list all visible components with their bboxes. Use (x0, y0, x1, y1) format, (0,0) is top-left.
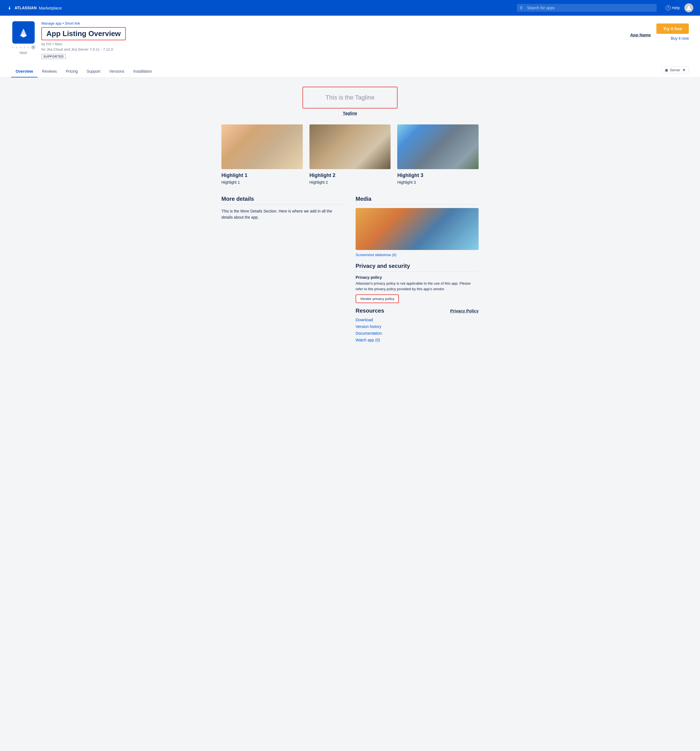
tagline-label[interactable]: Tagline (343, 111, 357, 116)
tagline-section: This is the Tagline Tagline (221, 87, 479, 116)
server-label: Server (670, 68, 680, 72)
resources-row: Resources Privacy Policy (355, 308, 479, 314)
app-logo-icon (17, 26, 29, 39)
more-details-title: More details (221, 196, 345, 205)
right-column: Media Screenshot slideshow (6) Privacy a… (355, 196, 479, 344)
atlassian-logo-icon (7, 5, 12, 11)
list-item: Watch app (0) (355, 337, 479, 343)
listing-title: App Listing Overview (46, 29, 121, 38)
documentation-link[interactable]: Documentation (355, 331, 382, 335)
highlight-2-image (309, 124, 391, 169)
highlight-3-title: Highlight 3 (397, 173, 423, 178)
highlight-3-image (397, 124, 479, 169)
highlight-1: Highlight 1 Highlight 1 (221, 124, 303, 184)
resources-title: Resources (355, 308, 384, 314)
media-image (355, 208, 479, 250)
watch-app-link[interactable]: Watch app (0) (355, 338, 380, 342)
highlight-3-desc: Highlight 3 (397, 180, 416, 184)
tagline-text: This is the Tagline (325, 94, 375, 101)
privacy-section: Privacy and security Privacy policy Atla… (355, 263, 479, 308)
app-tabs: Overview Reviews Pricing Support Version… (11, 66, 156, 77)
app-by: by GS • Nloo (42, 42, 624, 46)
highlight-1-image (221, 124, 303, 169)
atlassian-brand[interactable]: ATLASSIAN Marketplace (7, 5, 62, 11)
app-icon (12, 21, 35, 43)
search-input[interactable] (517, 4, 657, 12)
app-info: Manage app • Short link App Listing Over… (42, 21, 624, 59)
two-col-section: More details This is the More Details Se… (221, 196, 479, 344)
app-actions: Try it free Buy it now (657, 21, 689, 40)
app-header-top: ★ ★ ★ ★ ★ 0 New! Manage app • Short link… (11, 21, 689, 59)
media-title: Media (355, 196, 479, 205)
search-bar: ⚲ (517, 4, 657, 12)
help-icon: ? (666, 5, 671, 10)
download-link[interactable]: Download (355, 318, 373, 322)
star-2: ★ (15, 45, 19, 49)
app-rating: ★ ★ ★ ★ ★ 0 (11, 45, 36, 50)
listing-title-box: App Listing Overview (42, 27, 126, 40)
navbar: ATLASSIAN Marketplace ⚲ ? Help (0, 0, 700, 15)
tab-support[interactable]: Support (82, 66, 105, 77)
marketplace-label: Marketplace (39, 6, 62, 10)
app-name-label[interactable]: App Name (630, 32, 651, 37)
highlight-2-title: Highlight 2 (309, 173, 335, 178)
highlight-2-desc: Highlight 2 (309, 180, 328, 184)
highlight-1-title: Highlight 1 (221, 173, 247, 178)
tab-versions[interactable]: Versions (105, 66, 129, 77)
tab-installation[interactable]: Installation (129, 66, 156, 77)
server-selector[interactable]: ▣ Server ▼ (662, 66, 689, 74)
try-it-free-button[interactable]: Try it free (657, 23, 689, 34)
help-label: Help (672, 6, 680, 10)
app-compat: for Jira Cloud and Jira Server 7.0.11 - … (42, 47, 624, 51)
app-links: Manage app • Short link (42, 21, 624, 25)
app-name-section: App Name (630, 21, 651, 37)
link-separator: • (63, 21, 65, 25)
tabs-row: Overview Reviews Pricing Support Version… (11, 63, 689, 77)
list-item: Version history (355, 324, 479, 329)
vendor-privacy-policy-button[interactable]: Vendor privacy policy (355, 294, 399, 303)
tagline-box: This is the Tagline (303, 87, 397, 108)
media-section: Media Screenshot slideshow (6) (355, 196, 479, 257)
star-4: ★ (23, 45, 26, 49)
short-link[interactable]: Short link (65, 21, 80, 25)
star-5: ★ (27, 45, 30, 49)
highlight-3: Highlight 3 Highlight 3 (397, 124, 479, 184)
list-item: Documentation (355, 331, 479, 336)
server-icon: ▣ (665, 68, 668, 72)
privacy-policy-label[interactable]: Privacy Policy (450, 308, 479, 313)
search-icon: ⚲ (520, 6, 522, 10)
chevron-down-icon: ▼ (682, 68, 686, 72)
more-details-text: This is the More Details Section. Here i… (221, 208, 345, 221)
highlights-grid: Highlight 1 Highlight 1 Highlight 2 High… (221, 124, 479, 184)
version-history-link[interactable]: Version history (355, 325, 381, 329)
star-1: ★ (11, 45, 14, 49)
privacy-policy-text: Atlassian's privacy policy is not applic… (355, 281, 479, 292)
screenshot-slideshow-link[interactable]: Screenshot slideshow (6) (355, 253, 396, 257)
rating-count: 0 (31, 45, 36, 50)
list-item: Download (355, 317, 479, 322)
atlassian-label: ATLASSIAN (14, 6, 37, 10)
star-3: ★ (19, 45, 22, 49)
buy-it-now-link[interactable]: Buy it now (671, 36, 689, 40)
avatar-icon (686, 5, 692, 11)
supported-badge: SUPPORTED (42, 54, 66, 59)
help-button[interactable]: ? Help (666, 5, 680, 10)
manage-app-link[interactable]: Manage app (42, 21, 62, 25)
more-details-section: More details This is the More Details Se… (221, 196, 345, 344)
new-badge: New! (20, 51, 27, 55)
privacy-title: Privacy and security (355, 263, 479, 272)
highlight-2: Highlight 2 Highlight 2 (309, 124, 391, 184)
tab-pricing[interactable]: Pricing (61, 66, 82, 77)
tab-overview[interactable]: Overview (11, 66, 37, 77)
user-avatar[interactable] (685, 3, 693, 12)
nav-right: ? Help (666, 3, 693, 12)
resources-list: Download Version history Documentation W… (355, 317, 479, 343)
privacy-policy-sub: Privacy policy (355, 275, 479, 280)
app-header: ★ ★ ★ ★ ★ 0 New! Manage app • Short link… (0, 15, 700, 78)
main-content: This is the Tagline Tagline Highlight 1 … (216, 78, 484, 353)
highlight-1-desc: Highlight 1 (221, 180, 240, 184)
resources-section: Resources Privacy Policy Download Versio… (355, 308, 479, 343)
svg-point-0 (688, 6, 690, 8)
app-icon-wrapper: ★ ★ ★ ★ ★ 0 New! (11, 21, 36, 55)
tab-reviews[interactable]: Reviews (37, 66, 61, 77)
